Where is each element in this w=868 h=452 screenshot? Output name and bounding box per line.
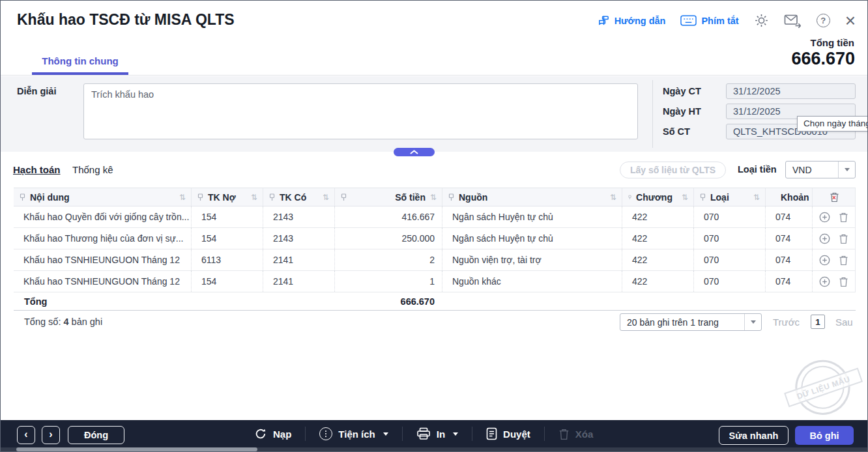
cell-so-tien[interactable]: 416.667 — [334, 206, 442, 227]
cell-loai[interactable]: 070 — [693, 271, 765, 292]
cell-noi-dung[interactable]: Khấu hao TSNHIEUNGUON Tháng 12 — [14, 271, 191, 292]
so-ct-label: Số CT — [663, 124, 690, 139]
pagination-current-page[interactable]: 1 — [811, 315, 825, 329]
shortcuts-link[interactable]: Phím tắt — [680, 15, 738, 26]
cell-loai[interactable]: 070 — [693, 228, 765, 249]
column-header-tk-co[interactable]: TK Có ⇅ — [263, 188, 334, 206]
cell-tk-no[interactable]: 154 — [191, 228, 263, 249]
cell-nguon[interactable]: Ngân sách Huyện tự chủ — [442, 228, 622, 249]
column-header-chuong[interactable]: Chương ⇅ — [622, 188, 693, 206]
column-label: Nguồn — [459, 192, 487, 203]
horizontal-scrollbar-track[interactable] — [1, 447, 867, 451]
cell-chuong[interactable]: 422 — [622, 206, 693, 227]
horizontal-scrollbar-thumb[interactable] — [16, 447, 257, 451]
cell-chuong[interactable]: 422 — [622, 228, 693, 249]
approve-button[interactable]: Duyệt — [486, 427, 530, 440]
close-button[interactable]: × — [845, 14, 856, 28]
description-input[interactable]: Trích khấu hao — [83, 83, 638, 139]
cell-chuong[interactable]: 422 — [622, 249, 693, 270]
next-voucher-button[interactable]: › — [42, 426, 60, 444]
stamp-outer-ring — [788, 352, 858, 422]
cell-so-tien[interactable]: 1 — [334, 271, 442, 292]
pin-icon — [700, 193, 706, 201]
cell-chuong[interactable]: 422 — [622, 271, 693, 292]
cell-tk-co[interactable]: 2141 — [263, 249, 334, 270]
cell-noi-dung[interactable]: Khấu hao Quyền đối với giống cây trồn... — [14, 206, 191, 227]
cell-nguon[interactable]: Ngân sách Huyện tự chủ — [442, 206, 622, 227]
quick-edit-button[interactable]: Sửa nhanh — [719, 426, 788, 445]
cell-tk-co[interactable]: 2143 — [263, 228, 334, 249]
sort-icon: ⇅ — [430, 193, 437, 202]
reload-label: Nạp — [273, 429, 291, 440]
cell-khoan[interactable]: 074 — [765, 271, 812, 292]
pagination-next[interactable]: Sau — [835, 317, 853, 328]
cell-nguon[interactable]: Nguồn viện trợ, tài trợ — [442, 249, 622, 270]
ngay-ht-label: Ngày HT — [663, 104, 701, 119]
column-label: Nội dung — [30, 192, 70, 203]
cell-tk-no[interactable]: 154 — [191, 271, 263, 292]
guide-link[interactable]: Hướng dẫn — [598, 14, 666, 27]
column-header-tk-no[interactable]: TK Nợ ⇅ — [191, 188, 263, 206]
cell-noi-dung[interactable]: Khấu hao TSNHIEUNGUON Tháng 12 — [14, 249, 191, 270]
delete-row-button[interactable] — [839, 276, 848, 287]
cell-noi-dung[interactable]: Khấu hao Thương hiệu của đơn vị sự... — [14, 228, 191, 249]
bottom-toolbar: ‹ › Đóng Nạp Tiện ích In Duyệt — [1, 420, 867, 451]
column-header-so-tien[interactable]: Số tiền ⇅ — [334, 188, 442, 206]
print-button[interactable]: In — [416, 427, 458, 440]
add-row-button[interactable] — [819, 255, 830, 266]
cell-tk-no[interactable]: 6113 — [191, 249, 263, 270]
column-header-delete-all[interactable]: × — [812, 188, 856, 206]
cell-khoan[interactable]: 074 — [765, 249, 812, 270]
close-dialog-button[interactable]: Đóng — [68, 426, 124, 444]
chevron-left-icon: ‹ — [24, 429, 27, 440]
cell-tk-no[interactable]: 154 — [191, 206, 263, 227]
help-button[interactable]: ? — [817, 14, 830, 27]
cell-loai[interactable]: 070 — [693, 249, 765, 270]
chevron-down-icon — [453, 432, 458, 436]
column-label: TK Nợ — [208, 192, 236, 203]
unpost-button[interactable]: Bỏ ghi — [795, 426, 854, 445]
add-row-button[interactable] — [819, 212, 830, 223]
summary-count: 4 — [63, 317, 68, 327]
cell-so-tien[interactable]: 250.000 — [334, 228, 442, 249]
pagination-prev[interactable]: Trước — [773, 317, 800, 328]
cell-nguon[interactable]: Nguồn khác — [442, 271, 622, 292]
ngay-ct-input[interactable] — [726, 83, 856, 99]
cell-tk-co[interactable]: 2141 — [263, 271, 334, 292]
summary-prefix: Tổng số: — [24, 317, 61, 327]
chevron-down-icon — [383, 432, 388, 436]
delete-button[interactable]: Xóa — [558, 428, 594, 440]
utilities-menu-button[interactable]: Tiện ích — [319, 427, 388, 440]
dialog-header: Khấu hao TSCĐ từ MISA QLTS Hướng dẫn Phí… — [1, 1, 867, 76]
sort-icon: ⇅ — [179, 193, 186, 202]
prev-voucher-button[interactable]: ‹ — [17, 426, 35, 444]
tab-thong-ke[interactable]: Thống kê — [72, 164, 113, 175]
cell-so-tien[interactable]: 2 — [334, 249, 442, 270]
add-row-button[interactable] — [819, 233, 830, 244]
tab-hach-toan[interactable]: Hạch toán — [13, 164, 61, 175]
cell-khoan[interactable]: 074 — [765, 228, 812, 249]
column-header-loai[interactable]: Loại ⇅ — [693, 188, 765, 206]
delete-row-button[interactable] — [839, 255, 848, 266]
fetch-from-qlts-button[interactable]: Lấy số liệu từ QLTS — [620, 162, 726, 178]
cell-loai[interactable]: 070 — [693, 206, 765, 227]
column-header-nguon[interactable]: Nguồn ⇅ — [442, 188, 622, 206]
delete-row-button[interactable] — [839, 233, 848, 244]
envelope-arrow-icon — [784, 13, 802, 28]
cell-khoan[interactable]: 074 — [765, 206, 812, 227]
page-size-select[interactable]: 20 bản ghi trên 1 trang — [620, 313, 762, 331]
delete-row-button[interactable] — [839, 212, 848, 223]
send-mail-button[interactable] — [784, 13, 802, 28]
row-actions — [812, 271, 856, 292]
settings-button[interactable] — [754, 13, 769, 28]
tab-general-info[interactable]: Thông tin chung — [32, 55, 128, 75]
column-header-noi-dung[interactable]: Nội dung ⇅ — [14, 188, 191, 206]
currency-select[interactable]: VND — [785, 161, 856, 178]
cell-tk-co[interactable]: 2143 — [263, 206, 334, 227]
collapse-form-button[interactable] — [394, 148, 435, 156]
reload-button[interactable]: Nạp — [254, 427, 291, 440]
ngay-ct-label: Ngày CT — [663, 83, 701, 99]
column-header-khoan[interactable]: Khoản — [765, 188, 812, 206]
add-row-button[interactable] — [819, 276, 830, 287]
delete-all-icon-wrap: × — [830, 191, 839, 203]
